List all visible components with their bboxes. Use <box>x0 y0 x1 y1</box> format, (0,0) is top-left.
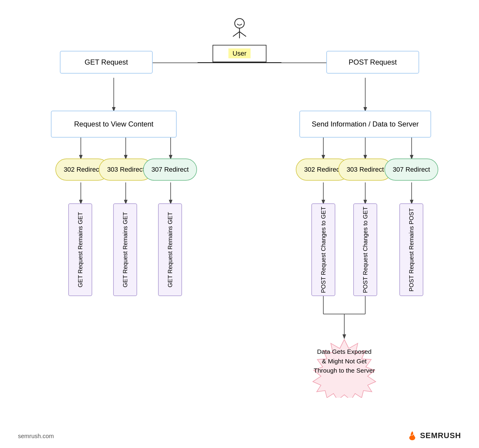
warning-label: Data Gets Exposed & Might Not Get Throug… <box>314 348 375 374</box>
left-302-label: 302 Redirect <box>64 166 101 173</box>
right-303-result: POST Request Changes to GET <box>353 203 377 296</box>
user-label: User <box>228 48 251 58</box>
left-303-result-label: GET Request Remains GET <box>122 212 129 287</box>
right-302-label: 302 Redirect <box>304 166 342 173</box>
semrush-url: semrush.com <box>18 433 54 440</box>
left-307-result-label: GET Request Remains GET <box>167 212 174 287</box>
right-303-result-label: POST Request Changes to GET <box>362 207 369 293</box>
get-request-label: GET Request <box>85 58 128 66</box>
left-307-pill: 307 Redirect <box>143 159 197 181</box>
warning-starburst: Data Gets Exposed & Might Not Get Throug… <box>299 338 389 399</box>
post-request-box: POST Request <box>326 51 419 74</box>
left-302-result-label: GET Request Remains GET <box>77 212 84 287</box>
stick-figure-svg <box>228 18 251 45</box>
right-307-result: POST Request Remains POST <box>399 203 423 296</box>
svg-line-25 <box>240 32 246 36</box>
user-laptop: User <box>213 45 266 62</box>
right-302-result-label: POST Request Changes to GET <box>320 207 327 293</box>
svg-point-22 <box>235 19 244 28</box>
left-303-label: 303 Redirect <box>107 166 145 173</box>
left-307-label: 307 Redirect <box>151 166 189 173</box>
svg-line-24 <box>233 32 240 36</box>
left-307-result: GET Request Remains GET <box>158 203 182 296</box>
request-view-box: Request to View Content <box>51 111 177 138</box>
request-view-label: Request to View Content <box>74 120 153 128</box>
get-request-box: GET Request <box>60 51 153 74</box>
semrush-brand-label: SEMRUSH <box>420 431 461 440</box>
right-303-label: 303 Redirect <box>347 166 384 173</box>
semrush-icon <box>407 430 418 441</box>
semrush-url-text: semrush.com <box>18 433 54 439</box>
user-figure: User <box>198 18 281 63</box>
right-303-pill: 303 Redirect <box>338 159 392 181</box>
left-302-result: GET Request Remains GET <box>68 203 92 296</box>
right-307-result-label: POST Request Remains POST <box>408 208 415 292</box>
left-303-result: GET Request Remains GET <box>113 203 137 296</box>
diagram-container: User GET Request POST Request Request to… <box>0 0 479 448</box>
send-info-box: Send Information / Data to Server <box>299 111 431 138</box>
right-307-pill: 307 Redirect <box>384 159 438 181</box>
post-request-label: POST Request <box>349 58 397 66</box>
right-302-result: POST Request Changes to GET <box>311 203 335 296</box>
semrush-logo: SEMRUSH <box>407 430 461 441</box>
send-info-label: Send Information / Data to Server <box>312 120 419 128</box>
right-307-label: 307 Redirect <box>393 166 430 173</box>
